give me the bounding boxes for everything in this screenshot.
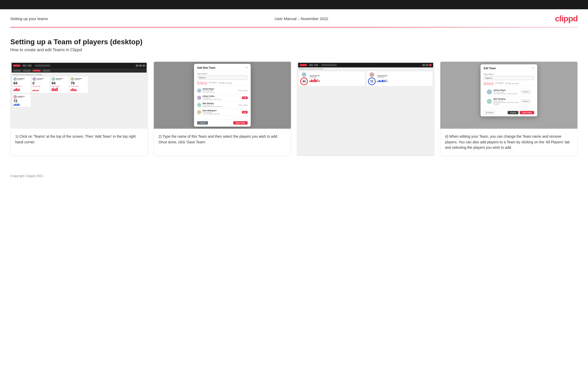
card-1: Tracking 4 out of 4 players from: All Pl… — [10, 62, 148, 156]
modal-player-row-3: Blair McHarg Plus HandicapRoyal North De… — [197, 101, 248, 109]
modal-tabs: My Team (2) All Players Filter by name — [197, 82, 248, 85]
screenshot-3: Tracking 2 out of 2 players from: All Pl… — [297, 62, 434, 156]
team-name-input[interactable]: Team A — [197, 75, 248, 80]
edit-modal-close-icon[interactable]: × — [532, 66, 534, 70]
modal-close-icon[interactable]: × — [246, 66, 248, 69]
header: Setting up your teams User Manual – Nove… — [0, 9, 588, 27]
trash-icon: 🗑 — [486, 112, 488, 113]
page-subtitle: How to create and edit Teams in Clippd — [10, 48, 578, 52]
ss1-player-card-4: 78 Player Quality — [70, 76, 88, 93]
ss3-player-box-1: 94 — [299, 71, 365, 86]
card-3-text: 3) This Team will then be created. You c… — [297, 156, 434, 156]
edit-filter-by-name: Filter by name — [505, 82, 519, 85]
ss1-player-card-1: 84 Player Quality — [13, 76, 31, 93]
edit-team-modal: Edit Team × Team Name * Team A My Team (… — [481, 64, 537, 116]
remove-player-2-button[interactable]: Remove — [521, 100, 531, 103]
cancel-button[interactable]: Cancel — [197, 121, 208, 125]
save-team-button[interactable]: Save Team — [233, 121, 248, 125]
clippd-logo: clippd — [555, 14, 578, 23]
card-4: Edit Team × Team Name * Team A My Team (… — [440, 62, 578, 156]
tab-my-team[interactable]: My Team (2) — [197, 82, 207, 84]
delete-button[interactable]: 🗑 Delete — [484, 111, 495, 114]
ss1-topbar — [12, 63, 147, 68]
header-section-title: Setting up your teams — [10, 16, 48, 21]
card-1-text: 1) Click on 'Teams' at the top of the sc… — [11, 129, 148, 156]
add-team-modal: Add New Team × Team Name * Team A My Tea… — [194, 64, 251, 127]
edit-team-name-input[interactable]: Team A — [484, 76, 534, 80]
card-4-text: 4) When editing your Team, you can chang… — [440, 129, 577, 156]
card-2-text: 2) Type the name of this Team and then s… — [154, 129, 291, 156]
edit-save-team-button[interactable]: Save Team — [520, 111, 534, 114]
cards-grid: Tracking 4 out of 4 players from: All Pl… — [10, 62, 578, 156]
modal-player-list: Adrian Player Plus HandicapThe Shire Lon… — [197, 87, 248, 116]
main-content: Setting up a Team of players (desktop) H… — [0, 28, 588, 171]
ss3-topbar — [298, 63, 433, 67]
edit-modal-footer: 🗑 Delete Cancel Save Team — [481, 109, 537, 116]
screenshot-2: Add New Team × Team Name * Team A My Tea… — [154, 62, 291, 129]
ss1-player-card-2: 0 Player Quality — [32, 76, 50, 93]
screenshot-1: Tracking 4 out of 4 players from: All Pl… — [11, 62, 148, 129]
footer: Copyright Clippd 2021 — [0, 171, 588, 180]
edit-modal-tabs: My Team (2) All Players Filter by name — [484, 82, 534, 86]
edit-team-name-label: Team Name * — [484, 73, 534, 75]
modal-footer: Cancel Save Team — [194, 119, 251, 127]
ss1-players-row: 84 Player Quality — [13, 76, 146, 93]
team-name-label: Team Name * — [197, 73, 248, 75]
edit-player-row-1: Adrian Player Plus HandicapThe Shire Lon… — [484, 88, 534, 96]
header-document-title: User Manual – November 2022 — [275, 16, 328, 21]
edit-player-row-2: Blair McHarg Plus HandicapRoyal North De… — [484, 96, 534, 107]
screenshot-4: Edit Team × Team Name * Team A My Team (… — [440, 62, 577, 129]
remove-player-1-button[interactable]: Remove — [521, 90, 531, 93]
copyright-text: Copyright Clippd 2021 — [10, 174, 44, 178]
card-2: Add New Team × Team Name * Team A My Tea… — [154, 62, 291, 156]
ss3-player-box-2: 72 — [366, 71, 433, 86]
edit-tab-my-team[interactable]: My Team (2) — [484, 82, 494, 85]
edit-tab-all-players[interactable]: All Players — [495, 82, 504, 85]
page-title: Setting up a Team of players (desktop) — [10, 38, 578, 46]
top-bar — [0, 0, 588, 9]
ss1-player-card-5: 72 — [13, 94, 31, 107]
modal-player-row-1: Adrian Player Plus HandicapThe Shire Lon… — [197, 87, 248, 94]
modal-title: Add New Team — [197, 66, 215, 69]
edit-cancel-button[interactable]: Cancel — [508, 111, 518, 114]
ss1-player-card-3: 94 Player Quality — [51, 76, 69, 93]
modal-player-row-4: Dave Billingham 3.5 HandicapThe Dog Majo… — [197, 109, 248, 116]
tab-all-players[interactable]: All Players — [209, 82, 217, 84]
filter-by-name: Filter by name — [219, 82, 232, 84]
card-3: Tracking 2 out of 2 players from: All Pl… — [297, 62, 434, 156]
edit-modal-title: Edit Team — [484, 67, 496, 70]
ss1-nav — [12, 68, 147, 73]
ss1-content: Tracking 4 out of 4 players from: All Pl… — [12, 73, 147, 108]
modal-player-row-2: Adrian Coliba 1 HandicapCentral London G… — [197, 94, 248, 101]
